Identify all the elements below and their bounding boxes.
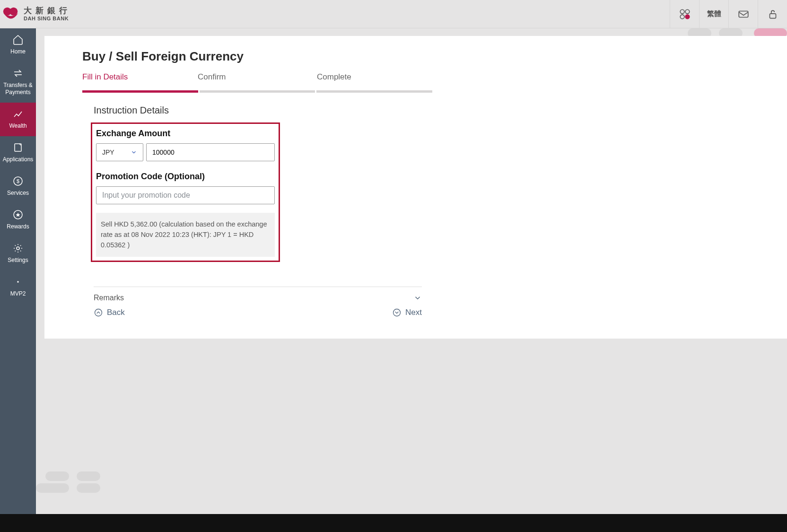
- next-button[interactable]: Next: [392, 308, 422, 317]
- footer-bar: [0, 514, 787, 532]
- remarks-label: Remarks: [94, 294, 124, 302]
- transfers-icon: [12, 68, 24, 79]
- brand-logo-mark: [2, 5, 20, 23]
- sidebar-item-label: MVP2: [10, 290, 26, 297]
- instruction-details-box: Exchange Amount JPY Promotion Code (Opti…: [91, 122, 280, 262]
- language-toggle[interactable]: 繁體: [699, 0, 728, 28]
- svg-rect-7: [770, 13, 776, 18]
- applications-icon: [12, 142, 24, 153]
- gear-icon: [12, 243, 24, 254]
- svg-point-1: [9, 7, 17, 15]
- next-label: Next: [405, 308, 422, 317]
- sidebar-item-applications[interactable]: Applications: [0, 136, 36, 170]
- rewards-icon: [12, 209, 24, 220]
- circle-chevron-up-icon: [94, 308, 103, 317]
- back-label: Back: [107, 308, 125, 317]
- section-title: Instruction Details: [94, 105, 494, 116]
- sidebar-item-label: Settings: [8, 257, 28, 264]
- sidebar-item-settings[interactable]: Settings: [0, 237, 36, 270]
- step-bar: [82, 90, 432, 93]
- divider: [94, 287, 422, 287]
- sidebar-item-label: Wealth: [9, 122, 26, 130]
- exchange-rate-info: Sell HKD 5,362.00 (calculation based on …: [96, 213, 275, 257]
- home-icon: [12, 34, 24, 45]
- sidebar: Home Transfers & Payments Wealth Applica…: [0, 28, 36, 514]
- step-fill-in-details[interactable]: Fill in Details: [82, 72, 198, 87]
- svg-point-4: [680, 15, 684, 19]
- services-icon: $: [12, 175, 24, 187]
- exchange-amount-label: Exchange Amount: [96, 129, 275, 139]
- svg-text:$: $: [17, 178, 19, 184]
- circle-chevron-down-icon: [392, 308, 402, 317]
- brand-name-en: DAH SING BANK: [24, 16, 71, 21]
- lock-icon[interactable]: [758, 0, 787, 28]
- content-card: Buy / Sell Foreign Currency Fill in Deta…: [44, 36, 787, 339]
- svg-point-3: [685, 9, 690, 14]
- step-indicator: Fill in Details Confirm Complete: [82, 72, 432, 87]
- svg-point-13: [17, 281, 18, 282]
- wealth-icon: [12, 108, 24, 120]
- sidebar-item-mvp2[interactable]: MVP2: [0, 270, 36, 304]
- sidebar-item-services[interactable]: $ Services: [0, 170, 36, 203]
- chevron-down-icon: [131, 149, 137, 156]
- app-header: 大新銀行 DAH SING BANK 繁體: [0, 0, 787, 28]
- sidebar-item-rewards[interactable]: Rewards: [0, 203, 36, 237]
- sidebar-item-label: Applications: [3, 156, 34, 163]
- page-title: Buy / Sell Foreign Currency: [82, 49, 494, 64]
- main-area: Buy / Sell Foreign Currency Fill in Deta…: [36, 28, 787, 514]
- step-complete: Complete: [313, 72, 432, 87]
- promotion-code-input[interactable]: [96, 186, 275, 204]
- step-confirm: Confirm: [198, 72, 313, 87]
- mail-icon[interactable]: [728, 0, 758, 28]
- apps-icon[interactable]: [670, 0, 699, 28]
- sidebar-item-label: Rewards: [7, 223, 29, 230]
- svg-point-5: [685, 15, 690, 19]
- sidebar-item-transfers-payments[interactable]: Transfers & Payments: [0, 62, 36, 103]
- sidebar-item-label: Services: [7, 190, 29, 197]
- amount-input[interactable]: [146, 143, 275, 161]
- brand-logo: 大新銀行 DAH SING BANK: [0, 5, 71, 23]
- brand-name-cn: 大新銀行: [24, 7, 71, 16]
- mvp2-icon: [12, 276, 24, 288]
- currency-select[interactable]: JPY: [96, 143, 143, 161]
- back-button[interactable]: Back: [94, 308, 125, 317]
- svg-point-14: [95, 309, 102, 316]
- sidebar-item-label: Home: [10, 48, 26, 55]
- chevron-down-icon: [413, 294, 422, 302]
- sidebar-item-wealth[interactable]: Wealth: [0, 103, 36, 136]
- svg-point-12: [17, 247, 19, 250]
- currency-value: JPY: [102, 148, 114, 156]
- sidebar-item-label: Transfers & Payments: [1, 82, 35, 96]
- svg-point-2: [680, 9, 684, 14]
- promotion-code-label: Promotion Code (Optional): [96, 172, 275, 182]
- svg-rect-6: [739, 11, 748, 17]
- svg-point-15: [394, 309, 401, 316]
- remarks-toggle[interactable]: Remarks: [94, 294, 422, 302]
- sidebar-item-home[interactable]: Home: [0, 28, 36, 62]
